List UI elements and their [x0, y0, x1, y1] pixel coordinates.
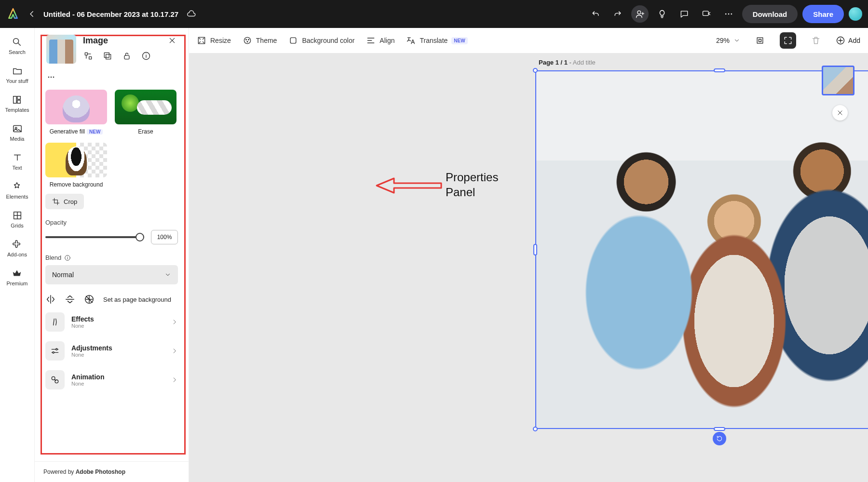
svg-point-21 [56, 348, 57, 350]
selected-image-thumbnail[interactable] [46, 35, 76, 64]
undo-icon[interactable] [587, 5, 604, 23]
close-thumbnails-icon[interactable] [832, 105, 848, 120]
chevron-down-icon [164, 271, 171, 278]
svg-rect-7 [17, 96, 20, 99]
flip-horizontal-icon[interactable] [45, 294, 56, 305]
row-sub: None [71, 323, 94, 329]
tool-resize[interactable]: Resize [197, 36, 231, 45]
info-icon[interactable] [141, 51, 151, 61]
row-sub: None [71, 352, 112, 358]
chevron-right-icon [171, 319, 178, 325]
row-adjustments[interactable]: AdjustmentsNone [45, 339, 178, 362]
document-title[interactable]: Untitled - 06 December 2023 at 10.17.27 [43, 10, 178, 18]
rail-addons[interactable]: Add-ons [7, 239, 27, 257]
rail-your-stuff[interactable]: Your stuff [6, 66, 28, 84]
reset-rotation-icon[interactable] [713, 432, 726, 445]
opacity-value-input[interactable]: 100% [151, 230, 178, 244]
svg-rect-12 [104, 53, 109, 57]
page-title-placeholder[interactable]: Add title [573, 59, 596, 66]
comment-icon[interactable] [676, 5, 693, 23]
user-avatar[interactable] [849, 7, 862, 21]
row-sub: None [71, 381, 104, 387]
download-button[interactable]: Download [742, 5, 798, 23]
rail-premium[interactable]: Premium [6, 268, 27, 286]
svg-rect-30 [291, 38, 297, 43]
blend-info-icon[interactable] [64, 254, 71, 261]
svg-rect-32 [759, 40, 761, 42]
replace-image-icon[interactable] [83, 51, 94, 61]
adjustments-icon [45, 341, 65, 361]
selected-image[interactable] [536, 71, 868, 428]
svg-rect-31 [757, 38, 763, 43]
zoom-dropdown[interactable]: 29% [716, 37, 740, 44]
more-icon[interactable] [720, 5, 737, 23]
svg-point-22 [53, 352, 54, 353]
svg-rect-1 [703, 11, 708, 15]
canvas-area[interactable]: Page 1 / 1 - Add title Properties [189, 53, 868, 482]
lock-icon[interactable] [122, 51, 132, 61]
delete-page-icon[interactable] [808, 32, 824, 49]
rail-elements[interactable]: Elements [6, 181, 28, 200]
tile-erase[interactable]: Erase [115, 90, 176, 135]
back-button[interactable] [25, 7, 39, 21]
resize-handle[interactable] [714, 68, 725, 72]
blend-label: Blend [45, 254, 61, 261]
page-thumbnail[interactable] [822, 66, 854, 95]
resize-handle[interactable] [533, 427, 538, 431]
crop-button[interactable]: Crop [45, 194, 84, 209]
lightbulb-icon[interactable] [653, 5, 671, 23]
svg-point-27 [245, 40, 246, 40]
set-background-icon[interactable] [84, 294, 95, 305]
tile-label: Remove background [50, 181, 103, 188]
add-label: Add [848, 37, 860, 44]
duplicate-icon[interactable] [102, 51, 113, 61]
rail-search[interactable]: Search [9, 37, 26, 55]
tool-label: Translate [420, 37, 448, 44]
fit-view-icon[interactable] [780, 32, 796, 49]
rail-grids[interactable]: Grids [11, 210, 23, 228]
redo-icon[interactable] [609, 5, 626, 23]
add-page-button[interactable]: Add [836, 36, 860, 45]
rail-media[interactable]: Media [10, 123, 25, 142]
svg-rect-6 [14, 96, 16, 104]
svg-point-5 [14, 39, 19, 44]
share-button[interactable]: Share [802, 5, 844, 23]
row-animation[interactable]: AnimationNone [45, 368, 178, 391]
tile-remove-background[interactable]: Remove background [45, 143, 107, 188]
slider-handle[interactable] [136, 233, 144, 241]
row-effects[interactable]: EffectsNone [45, 310, 178, 334]
panel-close-icon[interactable] [166, 35, 178, 46]
resize-handle[interactable] [714, 427, 725, 431]
svg-rect-14 [124, 55, 129, 59]
fullscreen-view-icon[interactable] [752, 32, 768, 49]
resize-handle[interactable] [533, 68, 538, 73]
resize-handle[interactable] [533, 244, 537, 255]
page-info[interactable]: Page 1 / 1 - Add title [539, 59, 596, 66]
tool-theme[interactable]: Theme [243, 36, 277, 45]
invite-user-icon[interactable] [631, 5, 649, 23]
present-icon[interactable] [698, 5, 715, 23]
opacity-slider[interactable] [45, 236, 144, 238]
footer-prefix: Powered by [43, 469, 76, 475]
set-as-background-button[interactable]: Set as page background [103, 296, 171, 303]
panel-more-icon[interactable] [38, 68, 186, 85]
workspace: Resize Theme Background color Align Tran… [189, 28, 868, 482]
cloud-sync-icon[interactable] [186, 9, 197, 19]
tool-align[interactable]: Align [366, 36, 394, 45]
blend-mode-select[interactable]: Normal [45, 265, 178, 284]
row-title: Effects [71, 315, 94, 323]
tool-translate[interactable]: TranslateNEW [406, 36, 467, 45]
rail-text[interactable]: Text [12, 152, 23, 171]
app-logo[interactable] [6, 7, 20, 21]
rail-templates[interactable]: Templates [5, 94, 29, 113]
flip-vertical-icon[interactable] [65, 294, 75, 305]
blend-value: Normal [52, 271, 74, 279]
left-rail: Search Your stuff Templates Media Text E… [0, 28, 35, 482]
chevron-right-icon [171, 376, 178, 383]
svg-point-18 [53, 77, 54, 78]
tool-label: Align [380, 37, 394, 44]
svg-point-17 [51, 77, 52, 78]
annotation-arrow [375, 174, 442, 198]
tool-background-color[interactable]: Background color [288, 36, 354, 45]
tile-generative-fill[interactable]: Generative fillNEW [45, 90, 107, 135]
